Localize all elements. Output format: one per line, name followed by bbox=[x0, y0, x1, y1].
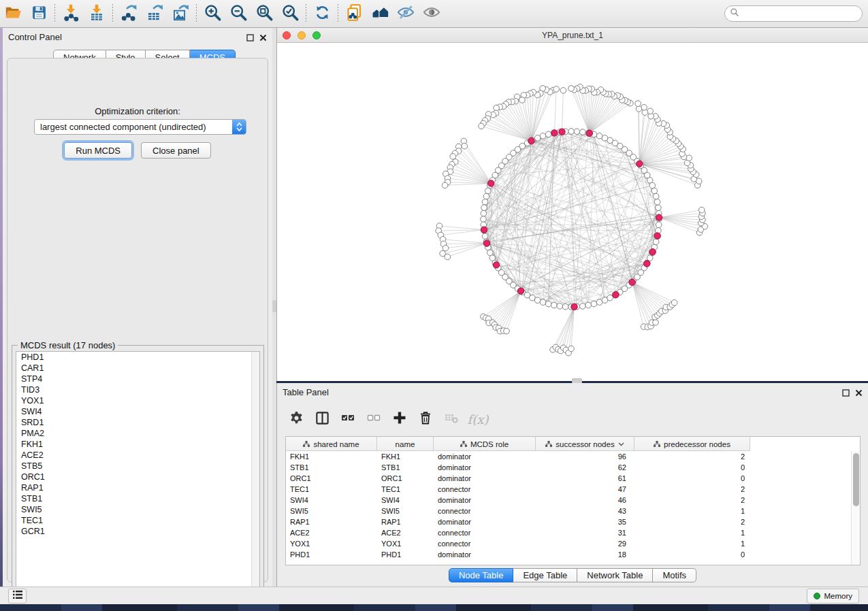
network-node[interactable] bbox=[562, 303, 568, 310]
network-node[interactable] bbox=[442, 182, 448, 188]
network-node[interactable] bbox=[652, 188, 658, 194]
table-columns-button[interactable] bbox=[311, 408, 333, 430]
mcds-node-item[interactable]: STP4 bbox=[16, 374, 259, 384]
network-node[interactable] bbox=[647, 108, 654, 114]
tab-edge-table[interactable]: Edge Table bbox=[513, 568, 577, 582]
mcds-node-item[interactable]: CAR1 bbox=[16, 363, 259, 374]
network-node[interactable] bbox=[443, 245, 449, 251]
mcds-network-node[interactable] bbox=[488, 180, 494, 186]
mcds-node-item[interactable]: ACE2 bbox=[16, 450, 259, 461]
network-node[interactable] bbox=[596, 299, 602, 306]
column-header-MCDS-role[interactable]: MCDS role bbox=[434, 437, 536, 451]
table-row[interactable]: ACE2ACE2connector311 bbox=[286, 527, 851, 538]
mcds-network-node[interactable] bbox=[483, 240, 489, 246]
mcds-node-item[interactable]: SRD1 bbox=[16, 417, 259, 428]
network-node[interactable] bbox=[568, 346, 575, 352]
network-node[interactable] bbox=[574, 129, 580, 135]
mcds-network-node[interactable] bbox=[571, 303, 577, 310]
clone-network-button[interactable] bbox=[341, 2, 367, 25]
network-node[interactable] bbox=[636, 106, 642, 112]
network-canvas[interactable] bbox=[277, 43, 868, 381]
network-node[interactable] bbox=[445, 254, 451, 260]
table-row[interactable]: ORC1ORC1dominator610 bbox=[286, 473, 851, 484]
mcds-network-node[interactable] bbox=[517, 288, 524, 294]
maximize-window-light[interactable] bbox=[312, 31, 321, 39]
network-node[interactable] bbox=[686, 155, 692, 161]
column-header-shared-name[interactable]: shared name bbox=[286, 437, 377, 451]
network-node[interactable] bbox=[560, 88, 566, 94]
column-header-predecessor-nodes[interactable]: predecessor nodes bbox=[634, 437, 750, 451]
zoom-in-button[interactable] bbox=[199, 2, 225, 25]
run-mcds-button[interactable]: Run MCDS bbox=[64, 142, 132, 159]
table-row[interactable]: RAP1RAP1dominator352 bbox=[286, 516, 851, 527]
network-node[interactable] bbox=[481, 205, 487, 211]
mcds-network-node[interactable] bbox=[551, 130, 558, 136]
mcds-network-node[interactable] bbox=[654, 233, 660, 239]
home-button[interactable] bbox=[367, 2, 393, 25]
refresh-button[interactable] bbox=[309, 2, 335, 25]
network-node[interactable] bbox=[653, 239, 659, 245]
mcds-node-item[interactable]: RAP1 bbox=[16, 482, 259, 493]
network-node[interactable] bbox=[654, 199, 660, 205]
open-session-button[interactable] bbox=[0, 2, 26, 25]
network-node[interactable] bbox=[602, 135, 608, 142]
zoom-out-button[interactable] bbox=[225, 2, 251, 25]
mcds-network-node[interactable] bbox=[644, 261, 650, 267]
float-window-icon[interactable] bbox=[246, 32, 254, 44]
mcds-node-item[interactable]: YOX1 bbox=[16, 395, 259, 406]
network-node[interactable] bbox=[591, 301, 597, 307]
network-node[interactable] bbox=[450, 154, 456, 160]
table-scrollbar[interactable] bbox=[851, 451, 860, 565]
network-node[interactable] bbox=[653, 193, 659, 199]
network-node[interactable] bbox=[482, 199, 488, 205]
table-row[interactable]: FKH1FKH1dominator962 bbox=[286, 451, 851, 462]
network-node[interactable] bbox=[504, 328, 510, 334]
network-node[interactable] bbox=[580, 129, 586, 135]
mcds-node-item[interactable]: SWI5 bbox=[16, 504, 259, 515]
list-scrollbar[interactable] bbox=[251, 352, 259, 596]
network-node[interactable] bbox=[482, 233, 488, 240]
mcds-network-node[interactable] bbox=[528, 137, 534, 144]
table-row[interactable]: SWI5SWI5connector431 bbox=[286, 506, 851, 516]
mcds-result-list[interactable]: PHD1CAR1STP4TID3YOX1SWI4SRD1PMA2FKH1ACE2… bbox=[16, 351, 260, 597]
network-node[interactable] bbox=[553, 86, 560, 93]
mcds-network-node[interactable] bbox=[586, 130, 592, 136]
network-node[interactable] bbox=[580, 303, 586, 310]
mcds-network-node[interactable] bbox=[637, 161, 643, 167]
tab-network-table[interactable]: Network Table bbox=[577, 568, 653, 582]
mcds-node-item[interactable]: GCR1 bbox=[16, 526, 259, 537]
mcds-node-item[interactable]: STB5 bbox=[16, 461, 259, 472]
export-image-button[interactable] bbox=[167, 2, 193, 25]
mcds-node-item[interactable]: PMA2 bbox=[16, 428, 259, 439]
network-node[interactable] bbox=[540, 299, 546, 306]
network-node[interactable] bbox=[483, 193, 489, 199]
mcds-node-item[interactable]: FKH1 bbox=[16, 439, 259, 450]
table-row[interactable]: YOX1YOX1connector291 bbox=[286, 538, 851, 549]
mcds-network-node[interactable] bbox=[559, 129, 565, 135]
network-node[interactable] bbox=[656, 222, 662, 228]
network-node[interactable] bbox=[481, 216, 487, 222]
network-node[interactable] bbox=[462, 143, 468, 149]
mcds-node-item[interactable]: PHD1 bbox=[16, 352, 259, 363]
network-node[interactable] bbox=[557, 303, 563, 310]
network-node[interactable] bbox=[485, 188, 492, 194]
network-node[interactable] bbox=[481, 210, 487, 216]
zoom-selected-button[interactable] bbox=[277, 2, 303, 25]
delete-row-button[interactable] bbox=[415, 408, 436, 430]
task-history-button[interactable] bbox=[8, 589, 27, 604]
network-node[interactable] bbox=[656, 205, 662, 211]
mcds-node-item[interactable]: TID3 bbox=[16, 384, 259, 395]
save-session-button[interactable] bbox=[26, 2, 52, 25]
close-panel-button[interactable]: Close panel bbox=[141, 142, 211, 159]
function-builder-button[interactable]: f(x) bbox=[466, 408, 488, 430]
close-panel-icon[interactable] bbox=[259, 32, 267, 44]
mcds-network-node[interactable] bbox=[649, 249, 656, 255]
table-row[interactable]: SWI4SWI4dominator462 bbox=[286, 495, 851, 506]
table-row[interactable]: PHD1PHD1dominator180 bbox=[286, 549, 851, 560]
column-header-name[interactable]: name bbox=[377, 437, 434, 451]
zoom-fit-button[interactable] bbox=[251, 2, 277, 25]
mcds-network-node[interactable] bbox=[656, 214, 662, 220]
network-node[interactable] bbox=[671, 300, 677, 306]
minimize-window-light[interactable] bbox=[298, 31, 306, 39]
optimization-criterion-select[interactable]: largest connected component (undirected) bbox=[34, 119, 246, 135]
